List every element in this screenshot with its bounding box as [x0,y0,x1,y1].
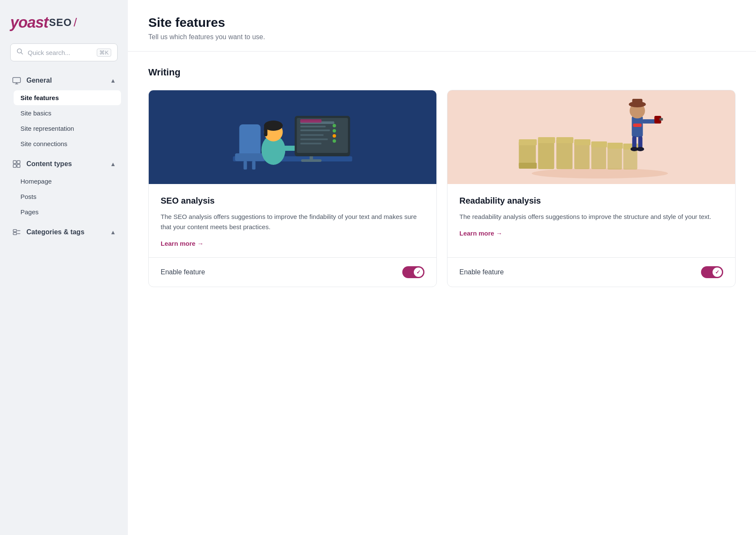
readability-analysis-toggle[interactable]: ✓ [701,266,723,278]
tag-icon [12,227,21,237]
svg-rect-68 [660,118,663,121]
nav-item-site-representation[interactable]: Site representation [14,121,121,136]
svg-rect-38 [300,143,322,144]
seo-analysis-title: SEO analysis [161,196,424,206]
main-content: Site features Tell us which features you… [128,0,756,535]
svg-point-35 [333,139,336,143]
nav-section-content-types-header[interactable]: Content types ▲ [7,155,121,173]
readability-analysis-desc: The readability analysis offers suggesti… [459,212,723,222]
nav-item-pages[interactable]: Pages [14,204,121,219]
general-nav-items: Site features Site basics Site represent… [7,90,121,151]
svg-rect-36 [300,134,324,136]
logo-seo-text: SEO [49,17,72,29]
svg-rect-45 [538,139,554,169]
nav-item-site-connections[interactable]: Site connections [14,136,121,151]
svg-rect-16 [235,153,265,161]
feature-cards-grid: SEO analysis The SEO analysis offers sug… [148,90,736,287]
seo-analysis-toggle-check: ✓ [416,269,421,275]
svg-rect-52 [592,141,607,147]
monitor-icon [12,76,21,85]
nav-item-site-basics[interactable]: Site basics [14,106,121,121]
svg-rect-7 [13,164,16,167]
logo-area: yoast SEO / [7,10,121,43]
svg-rect-30 [300,126,326,127]
svg-rect-61 [633,124,642,127]
svg-rect-46 [538,137,555,143]
page-subtitle: Tell us which features you want to use. [148,33,736,41]
svg-rect-63 [638,136,643,148]
seo-analysis-toggle-knob: ✓ [414,268,423,277]
seo-analysis-card-footer: Enable feature ✓ [149,257,436,287]
svg-rect-60 [632,99,643,106]
svg-rect-39 [300,119,322,123]
search-placeholder: Quick search... [28,49,92,56]
content-icon [12,159,21,169]
nav-section-general-label: General [26,77,52,84]
nav-item-site-features[interactable]: Site features [14,90,121,105]
svg-rect-54 [608,143,623,149]
nav-section-general-header[interactable]: General ▲ [7,72,121,89]
nav-section-categories-tags-header[interactable]: Categories & tags ▲ [7,223,121,241]
svg-rect-62 [632,136,637,148]
svg-line-1 [21,53,23,55]
svg-rect-49 [574,141,590,169]
readability-analysis-card-footer: Enable feature ✓ [447,257,735,287]
seo-analysis-desc: The SEO analysis offers suggestions to i… [161,212,424,232]
seo-analysis-toggle[interactable]: ✓ [402,266,424,278]
logo-slash: / [74,16,77,29]
content-types-nav-items: Homepage Posts Pages [7,174,121,219]
svg-rect-48 [557,137,574,143]
search-icon [17,48,23,57]
readability-analysis-card-body: Readability analysis The readability ana… [447,184,735,257]
svg-point-32 [333,124,336,127]
readability-analysis-image [447,90,735,184]
nav-section-categories-tags-title-wrap: Categories & tags [12,227,84,237]
page-title: Site features [148,15,736,30]
svg-rect-43 [519,139,537,145]
categories-tags-chevron-icon: ▲ [110,229,116,236]
nav-section-general: General ▲ Site features Site basics Site… [7,72,121,152]
svg-rect-9 [13,230,17,232]
seo-analysis-card-body: SEO analysis The SEO analysis offers sug… [149,184,436,257]
nav-section-content-types-label: Content types [26,160,72,168]
sidebar: yoast SEO / Quick search... ⌘K [0,0,128,535]
readability-analysis-toggle-check: ✓ [715,269,719,275]
svg-rect-10 [13,233,17,235]
svg-rect-13 [208,90,378,184]
nav-section-content-types: Content types ▲ Homepage Posts Pages [7,155,121,220]
svg-rect-17 [244,161,247,170]
svg-rect-18 [252,161,256,170]
svg-point-65 [637,147,644,151]
page-header: Site features Tell us which features you… [128,0,756,52]
page-body: Writing [128,52,756,302]
readability-analysis-learn-more[interactable]: Learn more → [459,230,502,237]
svg-point-34 [333,134,336,138]
search-box[interactable]: Quick search... ⌘K [10,43,118,61]
seo-analysis-enable-label: Enable feature [161,268,205,276]
readability-analysis-card: Readability analysis The readability ana… [447,90,736,287]
svg-rect-31 [300,129,330,131]
svg-rect-50 [574,139,591,145]
nav-section-content-types-title-wrap: Content types [12,159,72,169]
svg-rect-6 [17,161,20,164]
readability-analysis-toggle-knob: ✓ [713,268,722,277]
logo-yoast-text: yoast [10,14,48,32]
nav-item-posts[interactable]: Posts [14,189,121,204]
seo-analysis-card: SEO analysis The SEO analysis offers sug… [148,90,437,287]
seo-analysis-learn-more[interactable]: Learn more → [161,240,204,247]
seo-analysis-image [149,90,436,184]
writing-section-title: Writing [148,67,736,78]
readability-analysis-title: Readability analysis [459,196,723,206]
nav-section-categories-tags: Categories & tags ▲ [7,223,121,241]
nav-section-general-title-wrap: General [12,76,52,85]
svg-rect-47 [557,139,573,169]
svg-rect-5 [13,161,16,164]
svg-rect-44 [519,163,537,169]
svg-rect-26 [301,159,322,162]
nav-item-homepage[interactable]: Homepage [14,174,121,189]
readability-analysis-enable-label: Enable feature [459,268,504,276]
nav-section-categories-tags-label: Categories & tags [26,228,84,236]
content-types-chevron-icon: ▲ [110,161,116,167]
svg-point-41 [532,168,668,178]
search-shortcut: ⌘K [97,49,111,57]
